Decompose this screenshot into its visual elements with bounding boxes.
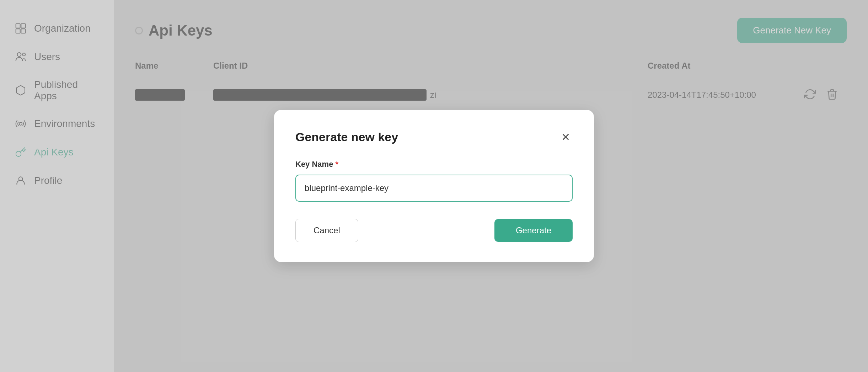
cancel-button[interactable]: Cancel xyxy=(295,219,358,242)
generate-button[interactable]: Generate xyxy=(494,219,573,242)
modal-header: Generate new key ✕ xyxy=(295,130,573,144)
modal-actions: Cancel Generate xyxy=(295,219,573,242)
generate-key-modal: Generate new key ✕ Key Name* Cancel Gene… xyxy=(274,110,594,262)
required-indicator: * xyxy=(335,160,338,169)
modal-close-button[interactable]: ✕ xyxy=(558,130,573,144)
key-name-label: Key Name* xyxy=(295,160,573,169)
key-name-input[interactable] xyxy=(295,175,573,202)
modal-overlay: Generate new key ✕ Key Name* Cancel Gene… xyxy=(0,0,868,372)
main-content: Api Keys Generate New Key Name Client ID… xyxy=(114,0,868,372)
modal-title: Generate new key xyxy=(295,130,398,144)
close-icon: ✕ xyxy=(561,131,570,143)
